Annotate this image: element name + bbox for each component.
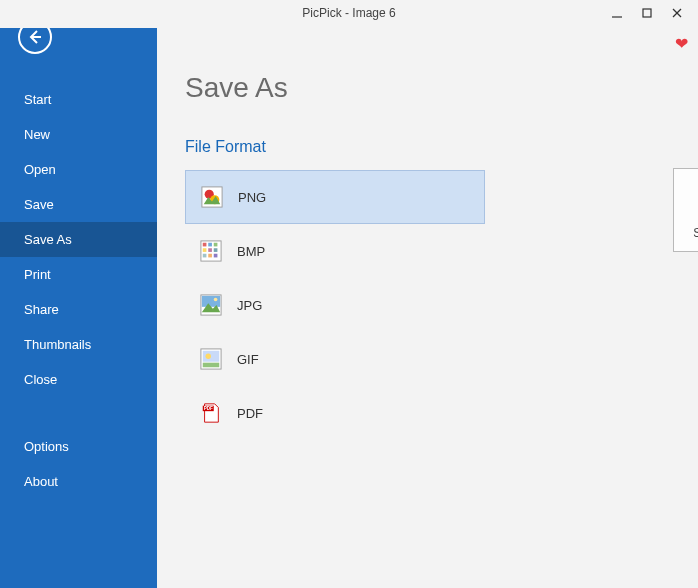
svg-rect-12 [203, 248, 207, 252]
format-item-png[interactable]: PNG [185, 170, 485, 224]
svg-rect-24 [203, 363, 220, 368]
save-all-button-label: Save All [693, 226, 698, 240]
sidebar-item-print[interactable]: Print [0, 257, 157, 292]
save-all-button[interactable]: Save All [673, 168, 698, 252]
maximize-button[interactable] [632, 2, 662, 24]
title-bar: PicPick - Image 6 [0, 0, 698, 28]
format-png-icon [200, 185, 224, 209]
svg-point-23 [206, 354, 212, 360]
page-title: Save As [185, 72, 670, 104]
sidebar-item-share[interactable]: Share [0, 292, 157, 327]
close-button[interactable] [662, 2, 692, 24]
format-jpg-icon [199, 293, 223, 317]
format-label: GIF [237, 352, 259, 367]
sidebar-item-close[interactable]: Close [0, 362, 157, 397]
format-pdf-icon: PDF [199, 401, 223, 425]
svg-rect-14 [214, 248, 218, 252]
window-buttons [602, 2, 692, 24]
svg-rect-16 [208, 254, 212, 258]
minimize-button[interactable] [602, 2, 632, 24]
file-format-list: PNG BMP JPG GIF PDF PDF [185, 170, 485, 440]
save-all-section: Save All Save All Save all image [673, 168, 698, 252]
format-bmp-icon [199, 239, 223, 263]
format-item-pdf[interactable]: PDF PDF [185, 386, 485, 440]
sidebar-item-start[interactable]: Start [0, 82, 157, 117]
format-gif-icon [199, 347, 223, 371]
sidebar-item-thumbnails[interactable]: Thumbnails [0, 327, 157, 362]
svg-rect-10 [208, 243, 212, 247]
svg-rect-9 [203, 243, 207, 247]
main-content: Save As File Format PNG BMP JPG GIF [157, 0, 698, 588]
sidebar: Start New Open Save Save As Print Share … [0, 0, 157, 588]
format-item-bmp[interactable]: BMP [185, 224, 485, 278]
format-item-jpg[interactable]: JPG [185, 278, 485, 332]
sidebar-item-about[interactable]: About [0, 464, 157, 499]
sidebar-item-save-as[interactable]: Save As [0, 222, 157, 257]
svg-rect-15 [203, 254, 207, 258]
format-label: PNG [238, 190, 266, 205]
window-title: PicPick - Image 6 [302, 6, 395, 20]
svg-point-20 [214, 298, 218, 302]
sidebar-item-options[interactable]: Options [0, 429, 157, 464]
format-label: BMP [237, 244, 265, 259]
svg-rect-13 [208, 248, 212, 252]
format-label: PDF [237, 406, 263, 421]
svg-rect-19 [202, 296, 220, 307]
sidebar-item-save[interactable]: Save [0, 187, 157, 222]
svg-rect-11 [214, 243, 218, 247]
svg-rect-17 [214, 254, 218, 258]
format-label: JPG [237, 298, 262, 313]
svg-text:PDF: PDF [204, 406, 213, 411]
sidebar-item-open[interactable]: Open [0, 152, 157, 187]
sidebar-item-new[interactable]: New [0, 117, 157, 152]
heart-icon[interactable]: ❤ [675, 34, 688, 53]
section-file-format: File Format [185, 138, 670, 156]
format-item-gif[interactable]: GIF [185, 332, 485, 386]
svg-rect-1 [643, 9, 651, 17]
